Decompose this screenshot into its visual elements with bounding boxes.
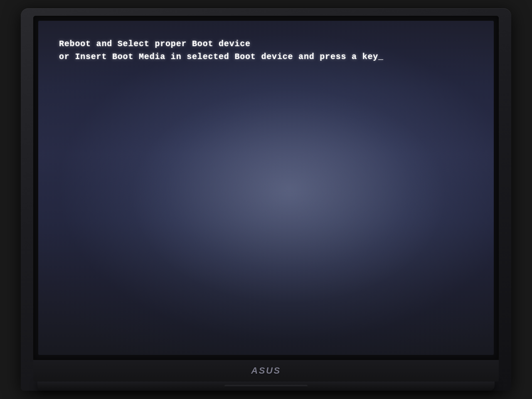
asus-logo: ASUS [251, 365, 281, 376]
boot-line-2: or Insert Boot Media in selected Boot de… [59, 50, 384, 63]
laptop-body: Reboot and Select proper Boot device or … [21, 8, 511, 391]
laptop-base [37, 382, 495, 391]
screen-display: Reboot and Select proper Boot device or … [38, 21, 494, 355]
screen-bezel: Reboot and Select proper Boot device or … [33, 16, 499, 360]
boot-message-container: Reboot and Select proper Boot device or … [59, 37, 384, 63]
hinge-bar [224, 385, 308, 387]
screen-bottom-bar: ASUS [33, 360, 499, 382]
boot-line-1: Reboot and Select proper Boot device [59, 37, 384, 50]
